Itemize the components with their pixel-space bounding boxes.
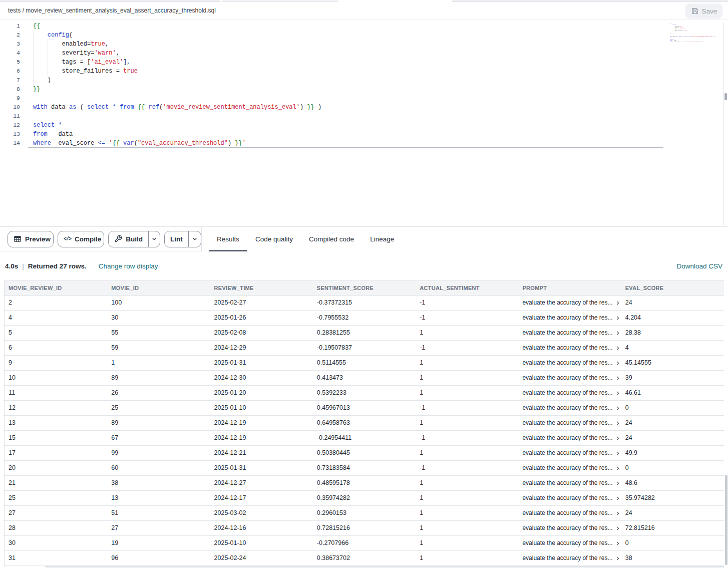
table-cell: 30 — [5, 536, 107, 550]
table-cell: 24 — [621, 296, 724, 310]
table-cell: 19 — [107, 536, 210, 550]
table-cell: -0.2707966 — [313, 536, 416, 550]
table-cell: 60 — [107, 461, 210, 475]
table-cell: 0 — [621, 401, 724, 415]
line-number: 14 — [0, 139, 20, 148]
query-status: 4.0s | Returned 27 rows. — [5, 262, 87, 270]
table-cell: 10 — [5, 371, 107, 385]
table-row: 25132024-12-170.359742821evaluate the ac… — [5, 491, 724, 506]
lint-button[interactable]: Lint — [164, 231, 201, 247]
prompt-expand-chevron-icon[interactable] — [615, 376, 620, 381]
table-cell: 1 — [416, 386, 518, 400]
prompt-expand-chevron-icon[interactable] — [615, 301, 620, 306]
table-cell: 0.50380445 — [313, 446, 416, 460]
build-button-label: Build — [126, 235, 143, 243]
table-cell: 0.35974282 — [313, 491, 416, 505]
table-horizontal-scrollbar[interactable] — [45, 565, 724, 567]
table-cell: 1 — [416, 506, 518, 520]
query-time: 4.0s — [5, 262, 18, 270]
build-dropdown-button[interactable] — [148, 231, 160, 247]
prompt-text: evaluate the accuracy of the res... — [522, 521, 612, 535]
lint-dropdown-button[interactable] — [188, 231, 201, 247]
table-cell: 0.5114555 — [313, 356, 416, 370]
column-header-eval-score: EVAL_SCORE — [621, 281, 724, 295]
code-line: 10with data as ( select * from {{ ref('m… — [0, 103, 321, 112]
prompt-expand-chevron-icon[interactable] — [615, 496, 620, 501]
prompt-text: evaluate the accuracy of the res... — [522, 416, 612, 430]
tab-results[interactable]: Results — [209, 227, 247, 251]
line-number: 13 — [0, 130, 20, 139]
prompt-expand-chevron-icon[interactable] — [615, 556, 620, 561]
prompt-cell: evaluate the accuracy of the res... — [518, 356, 621, 370]
prompt-text: evaluate the accuracy of the res... — [522, 326, 612, 340]
prompt-expand-chevron-icon[interactable] — [615, 541, 620, 546]
prompt-text: evaluate the accuracy of the res... — [522, 296, 612, 310]
table-cell: 100 — [107, 296, 210, 310]
table-cell: 17 — [5, 446, 107, 460]
prompt-expand-chevron-icon[interactable] — [615, 346, 620, 351]
prompt-expand-chevron-icon[interactable] — [615, 436, 620, 441]
prompt-expand-chevron-icon[interactable] — [615, 511, 620, 516]
table-cell: 5 — [5, 326, 107, 340]
table-cell: 0.2960153 — [313, 506, 416, 520]
table-cell: 20 — [5, 461, 107, 475]
rows-returned: Returned 27 rows. — [28, 262, 87, 270]
prompt-expand-chevron-icon[interactable] — [615, 316, 620, 321]
minimap-line: where eval_score <= '{{ var("eval_accura… — [668, 41, 722, 43]
prompt-expand-chevron-icon[interactable] — [615, 391, 620, 396]
change-row-display-link[interactable]: Change row display — [99, 262, 158, 270]
line-number: 8 — [0, 85, 20, 94]
table-cell: -0.37372315 — [313, 296, 416, 310]
table-cell: -0.19507837 — [313, 341, 416, 355]
prompt-expand-chevron-icon[interactable] — [615, 481, 620, 486]
prompt-expand-chevron-icon[interactable] — [615, 421, 620, 426]
compile-button[interactable]: </> Compile — [58, 231, 104, 247]
prompt-cell: evaluate the accuracy of the res... — [518, 326, 621, 340]
preview-button[interactable]: Preview — [8, 231, 54, 247]
prompt-cell: evaluate the accuracy of the res... — [518, 386, 621, 400]
table-cell: -1 — [416, 461, 518, 475]
prompt-cell: evaluate the accuracy of the res... — [518, 476, 621, 490]
prompt-expand-chevron-icon[interactable] — [615, 526, 620, 531]
table-cell: 26 — [107, 386, 210, 400]
tab-lineage[interactable]: Lineage — [362, 227, 402, 251]
save-button[interactable]: Save — [685, 4, 722, 19]
table-cell: 0.413473 — [313, 371, 416, 385]
prompt-expand-chevron-icon[interactable] — [615, 451, 620, 456]
editor-minimap[interactable]: {{ config( enabled=true, severity='warn'… — [668, 23, 723, 225]
table-cell: 2024-12-29 — [210, 341, 313, 355]
table-cell: 0.72815216 — [313, 521, 416, 535]
table-vertical-scrollbar[interactable] — [725, 475, 727, 565]
download-csv-link[interactable]: Download CSV — [676, 262, 722, 270]
table-cell: 11 — [5, 386, 107, 400]
prompt-expand-chevron-icon[interactable] — [615, 466, 620, 471]
table-cell: -0.7955532 — [313, 311, 416, 325]
table-cell: 0.64958763 — [313, 416, 416, 430]
prompt-cell: evaluate the accuracy of the res... — [518, 341, 621, 355]
active-line-underline — [28, 147, 663, 148]
chevron-down-icon — [151, 236, 157, 242]
code-line: 7 ) — [0, 76, 321, 85]
prompt-expand-chevron-icon[interactable] — [615, 331, 620, 336]
tab-code-quality[interactable]: Code quality — [248, 227, 300, 251]
code-line: 9 — [0, 94, 321, 103]
table-cell: 2025-01-31 — [210, 356, 313, 370]
prompt-expand-chevron-icon[interactable] — [615, 406, 620, 411]
code-editor[interactable]: 1{{2 config(3 enabled=true,4 severity='w… — [0, 20, 728, 227]
table-cell: 1 — [416, 551, 518, 565]
prompt-expand-chevron-icon[interactable] — [615, 361, 620, 366]
line-number: 9 — [0, 94, 20, 103]
prompt-text: evaluate the accuracy of the res... — [522, 506, 612, 520]
table-cell: 15 — [5, 431, 107, 445]
code-line: 13from data — [0, 130, 321, 139]
table-cell: 2024-12-30 — [210, 371, 313, 385]
tab-compiled-code[interactable]: Compiled code — [301, 227, 361, 251]
column-header-review-time: REVIEW_TIME — [210, 281, 313, 295]
build-button[interactable]: Build — [108, 231, 160, 247]
table-cell: 4.204 — [621, 311, 724, 325]
code-line: 14where eval_score <= '{{ var("eval_accu… — [0, 139, 321, 148]
editor-scrollbar[interactable] — [724, 93, 727, 100]
ide-window: tests / movie_review_sentiment_analysis_… — [0, 0, 728, 568]
prompt-cell: evaluate the accuracy of the res... — [518, 446, 621, 460]
table-cell: 0.38673702 — [313, 551, 416, 565]
